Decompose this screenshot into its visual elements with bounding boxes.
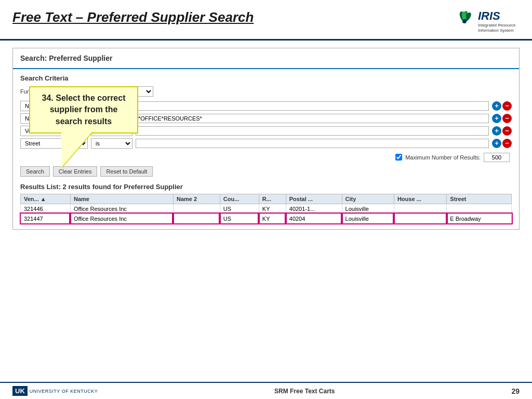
iris-logo: IRIS Integrated Resource Information Sys… [454, 9, 520, 34]
criteria-value-2[interactable] [136, 114, 489, 123]
cell-house [394, 204, 446, 214]
max-results-input[interactable] [484, 153, 510, 162]
col-country: Cou... [220, 194, 259, 204]
max-results-checkbox[interactable] [395, 154, 402, 161]
col-vendor: Ven... ▲ [21, 194, 71, 204]
criteria-row-4: Street is + − [20, 138, 512, 149]
iris-logo-label: IRIS [478, 9, 520, 23]
criteria-add-3[interactable]: + [492, 126, 501, 136]
uk-logo: UK University of Kentucky [12, 386, 98, 396]
action-buttons: Search Clear Entries Reset to Default [20, 166, 512, 177]
criteria-add-2[interactable]: + [492, 114, 501, 123]
max-results-row: Maximum Number of Results: [20, 153, 512, 162]
footer-page-number: 29 [511, 387, 520, 395]
reset-button[interactable]: Reset to Default [100, 166, 153, 177]
criteria-btns-2: + − [492, 114, 512, 123]
cell-vendor: 321447 [21, 214, 71, 223]
results-header: Results List: 2 results found for Prefer… [20, 183, 512, 191]
criteria-remove-3[interactable]: − [502, 126, 512, 136]
page-header: Free Text – Preferred Supplier Search IR… [0, 0, 532, 41]
cell-name: Office Resources Inc [70, 204, 173, 214]
cell-city: Louisville [342, 214, 394, 223]
criteria-remove-4[interactable]: − [502, 139, 512, 148]
uk-logo-box: UK [12, 386, 28, 396]
criteria-btns-1: + − [492, 101, 512, 111]
iris-logo-sub: Integrated Resource Information System [478, 23, 520, 34]
main-content: Search: Preferred Supplier Search Criter… [0, 41, 532, 237]
criteria-value-3[interactable] [136, 126, 489, 136]
cell-country: US [220, 214, 259, 223]
callout-arrow [61, 131, 92, 168]
callout-wrapper: 34. Select the correct supplier from the… [29, 86, 138, 134]
cell-postal: 40201-1... [286, 204, 342, 214]
criteria-btns-3: + − [492, 126, 512, 136]
col-street: Street [447, 194, 512, 204]
iris-logo-text-block: IRIS Integrated Resource Information Sys… [478, 9, 520, 34]
col-city: City [342, 194, 394, 204]
criteria-remove-2[interactable]: − [502, 114, 512, 123]
cell-vendor: 321446 [21, 204, 71, 214]
criteria-value-4[interactable] [136, 139, 489, 148]
table-row[interactable]: 321446 Office Resources Inc US KY 40201-… [21, 204, 512, 214]
criteria-remove-1[interactable]: − [502, 101, 512, 111]
cell-region: KY [259, 204, 286, 214]
cell-city: Louisville [342, 204, 394, 214]
results-table: Ven... ▲ Name Name 2 Cou... R... Postal … [20, 194, 512, 224]
cell-postal: 40204 [286, 214, 342, 223]
criteria-op-4[interactable]: is [91, 138, 132, 149]
col-name2: Name 2 [173, 194, 220, 204]
col-region: R... [259, 194, 286, 204]
sap-window-header: Search: Preferred Supplier [13, 48, 519, 69]
cell-house [394, 214, 446, 223]
cell-region: KY [259, 214, 286, 223]
cell-street [447, 204, 512, 214]
callout-box: 34. Select the correct supplier from the… [29, 86, 138, 134]
svg-point-4 [462, 19, 467, 23]
footer-center-text: SRM Free Text Carts [98, 388, 511, 395]
search-button[interactable]: Search [20, 166, 50, 177]
footer: UK University of Kentucky SRM Free Text … [0, 382, 532, 399]
criteria-btns-4: + − [492, 139, 512, 148]
uk-logo-text: University of Kentucky [30, 389, 98, 394]
page-title: Free Text – Preferred Supplier Search [12, 9, 254, 25]
criteria-add-1[interactable]: + [492, 101, 501, 111]
cell-country: US [220, 204, 259, 214]
criteria-value-1[interactable] [136, 101, 489, 111]
callout-text: 34. Select the correct supplier from the… [42, 94, 126, 126]
results-table-header-row: Ven... ▲ Name Name 2 Cou... R... Postal … [21, 194, 512, 204]
cell-name2 [173, 214, 220, 223]
criteria-add-4[interactable]: + [492, 139, 501, 148]
col-postal: Postal ... [286, 194, 342, 204]
table-row[interactable]: 321447 Office Resources Inc US KY 40204 … [21, 214, 512, 223]
cell-name2 [173, 204, 220, 214]
max-results-label: Maximum Number of Results: [405, 154, 481, 161]
search-criteria-label: Search Criteria [20, 74, 512, 82]
cell-name: Office Resources Inc [70, 214, 173, 223]
col-house: House ... [394, 194, 446, 204]
cell-street: E Broadway [447, 214, 512, 223]
sap-window-title: Search: Preferred Supplier [20, 54, 112, 62]
iris-logo-icon [454, 11, 475, 32]
col-name: Name [70, 194, 173, 204]
results-table-head: Ven... ▲ Name Name 2 Cou... R... Postal … [21, 194, 512, 204]
results-table-body: 321446 Office Resources Inc US KY 40201-… [21, 204, 512, 223]
